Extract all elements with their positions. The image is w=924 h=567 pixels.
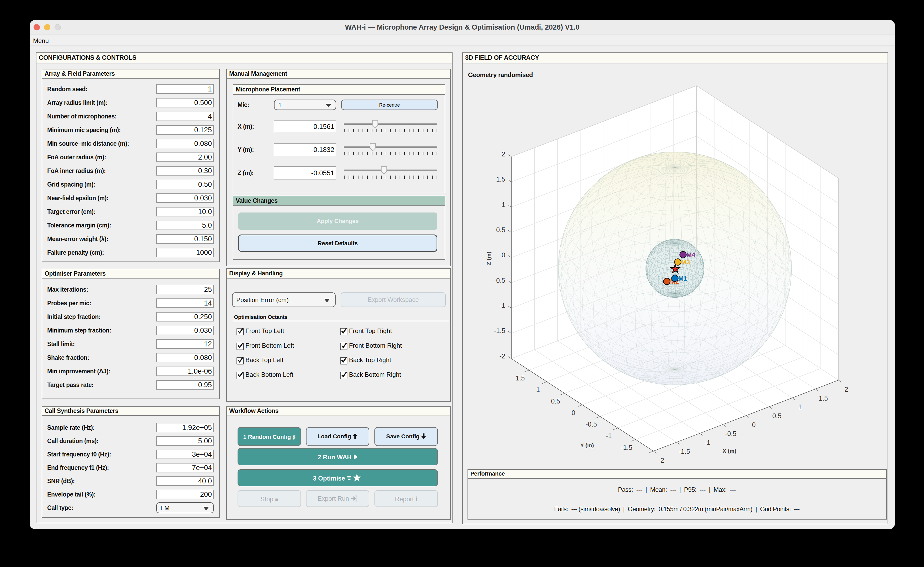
svg-text:1.5: 1.5	[819, 394, 828, 402]
svg-text:0: 0	[752, 421, 756, 428]
svg-text:0.5: 0.5	[496, 226, 505, 234]
svg-text:Z (m): Z (m)	[485, 252, 491, 265]
svg-text:M3: M3	[681, 259, 690, 266]
svg-text:1.5: 1.5	[516, 374, 525, 382]
svg-text:Y (m): Y (m)	[580, 442, 594, 448]
svg-text:0: 0	[502, 251, 505, 259]
svg-text:1: 1	[536, 386, 540, 393]
svg-text:0.5: 0.5	[772, 412, 781, 420]
svg-text:-1: -1	[606, 432, 612, 440]
svg-text:-2: -2	[499, 352, 505, 360]
svg-text:-2: -2	[658, 457, 664, 464]
svg-text:-1.5: -1.5	[494, 327, 505, 334]
svg-text:-1: -1	[705, 439, 710, 446]
svg-text:1: 1	[798, 403, 802, 411]
svg-text:2: 2	[502, 150, 505, 158]
svg-text:0.5: 0.5	[551, 398, 560, 405]
svg-text:M4: M4	[687, 251, 696, 258]
svg-text:-1.5: -1.5	[679, 448, 690, 455]
svg-text:M1: M1	[678, 275, 687, 282]
svg-text:-1.5: -1.5	[621, 444, 632, 451]
svg-text:2: 2	[844, 386, 848, 393]
svg-text:-1: -1	[499, 302, 505, 309]
svg-text:1: 1	[502, 201, 505, 208]
svg-text:-0.5: -0.5	[725, 430, 736, 437]
svg-text:1.5: 1.5	[496, 176, 505, 183]
svg-text:-0.5: -0.5	[494, 277, 505, 284]
svg-text:-0.5: -0.5	[586, 420, 597, 428]
svg-text:X (m): X (m)	[723, 448, 736, 454]
svg-text:0: 0	[572, 409, 575, 416]
